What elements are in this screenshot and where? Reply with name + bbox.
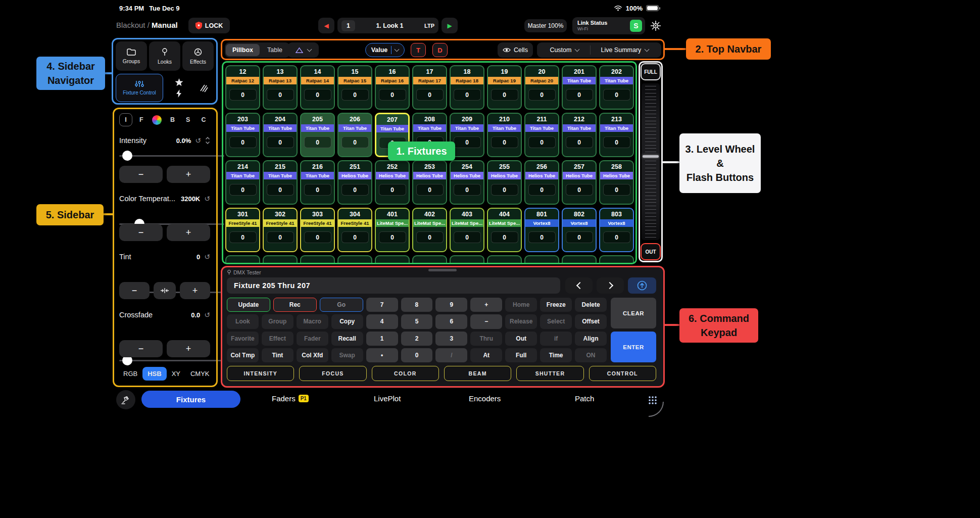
quick-action-bolt-button[interactable] <box>176 89 182 98</box>
fixture-cell-403[interactable]: 403LiteMat Spe...0 <box>450 208 484 252</box>
robot-mode-button[interactable] <box>116 390 135 409</box>
tab-patch[interactable]: Patch <box>575 394 594 403</box>
color-mode-hsb[interactable]: HSB <box>142 367 166 381</box>
fixture-cell-256[interactable]: 256Helios Tube0 <box>524 160 559 205</box>
fixture-cell-205[interactable]: 205Titan Tube0 <box>300 113 335 157</box>
reset-icon[interactable]: ↺ <box>204 253 210 261</box>
send-command-button[interactable] <box>628 277 656 294</box>
history-forward-button[interactable] <box>597 277 624 294</box>
cue-display[interactable]: 1 1. Look 1 LTP <box>337 18 438 33</box>
key-6[interactable]: 6 <box>435 314 467 328</box>
key-home[interactable]: Home <box>505 298 537 312</box>
param-tab-focus[interactable]: F <box>135 113 148 126</box>
t-button[interactable]: T <box>411 43 426 57</box>
key-if[interactable]: if <box>540 332 572 346</box>
key-full[interactable]: Full <box>505 348 537 362</box>
fixture-cell-216[interactable]: 216Titan Tube0 <box>300 160 335 205</box>
key-out[interactable]: Out <box>505 332 537 346</box>
fixture-cell-211[interactable]: 211Titan Tube0 <box>524 113 559 157</box>
reset-icon[interactable]: ↺ <box>204 311 210 319</box>
fixture-cell-257[interactable]: 257Helios Tube0 <box>562 160 597 205</box>
drag-handle[interactable] <box>428 269 457 271</box>
tab-liveplot[interactable]: LivePlot <box>374 394 401 403</box>
fixture-cell-803[interactable]: 803Vortex80 <box>599 208 634 252</box>
palette-control[interactable]: CONTROL <box>589 366 656 381</box>
key-3[interactable]: 3 <box>435 332 467 346</box>
decrement-button[interactable]: − <box>119 340 163 357</box>
value-dropdown[interactable]: Value <box>365 43 405 57</box>
clear-button[interactable]: CLEAR <box>611 298 656 328</box>
nav-effects-button[interactable]: Effects <box>182 41 214 71</box>
key-dot[interactable]: • <box>366 348 398 362</box>
key-fader[interactable]: Fader <box>297 332 328 346</box>
key-group[interactable]: Group <box>262 314 293 328</box>
slider-thumb[interactable] <box>122 151 132 161</box>
history-back-button[interactable] <box>565 277 593 294</box>
fixture-cell-12[interactable]: 12Ratpac 120 <box>225 65 260 110</box>
view-tab-pillbox[interactable]: Pillbox <box>226 44 260 56</box>
palette-intensity[interactable]: INTENSITY <box>227 366 294 381</box>
full-flash-button[interactable]: FULL <box>641 63 661 80</box>
increment-button[interactable]: + <box>180 282 210 299</box>
key-rec[interactable]: Rec <box>273 298 317 312</box>
fixture-cell-213[interactable]: 213Titan Tube0 <box>599 113 634 157</box>
param-tab-control[interactable]: C <box>197 113 210 126</box>
live-summary-dropdown[interactable]: Live Summary <box>591 46 659 54</box>
key-macro[interactable]: Macro <box>297 314 328 328</box>
key-select[interactable]: Select <box>540 314 572 328</box>
out-flash-button[interactable]: OUT <box>641 243 661 260</box>
key-5[interactable]: 5 <box>401 314 433 328</box>
nav-fixture-control-button[interactable]: Fixture Control <box>116 74 163 102</box>
key-col-tmp[interactable]: Col Tmp <box>227 348 259 362</box>
fixture-cell-20[interactable]: 20Ratpac 200 <box>524 65 559 110</box>
decrement-button[interactable]: − <box>119 224 163 241</box>
fixture-cell-17[interactable]: 17Ratpac 170 <box>412 65 447 110</box>
param-tab-intensity[interactable]: I <box>119 113 132 126</box>
key-thru[interactable]: Thru <box>470 332 502 346</box>
fixture-cell-18[interactable]: 18Ratpac 180 <box>450 65 484 110</box>
fixture-cell-404[interactable]: 404LiteMat Spe...0 <box>487 208 522 252</box>
decrement-button[interactable]: − <box>119 282 150 299</box>
key-align[interactable]: Align <box>575 332 607 346</box>
key-1[interactable]: 1 <box>366 332 398 346</box>
filter-dropdown-button[interactable] <box>287 42 319 58</box>
fixture-cell-254[interactable]: 254Helios Tube0 <box>450 160 484 205</box>
fixture-cell-802[interactable]: 802Vortex80 <box>562 208 597 252</box>
nav-looks-button[interactable]: Looks <box>149 41 180 71</box>
param-tab-beam[interactable]: B <box>166 113 179 126</box>
param-tab-color[interactable] <box>151 113 164 126</box>
command-line[interactable]: Fixture 205 Thru 207 <box>227 277 560 294</box>
key-col-xfd[interactable]: Col Xfd <box>297 348 328 362</box>
view-tab-table[interactable]: Table <box>261 44 289 56</box>
key-time[interactable]: Time <box>540 348 572 362</box>
lock-button[interactable]: LOCK <box>188 18 230 33</box>
fixture-cell-214[interactable]: 214Titan Tube0 <box>225 160 260 205</box>
reset-icon[interactable]: ↺ <box>195 136 201 145</box>
key-at[interactable]: At <box>470 348 502 362</box>
key-recall[interactable]: Recall <box>331 332 363 346</box>
key-go[interactable]: Go <box>320 298 363 312</box>
tab-fixtures[interactable]: Fixtures <box>141 391 240 408</box>
highlight-button[interactable] <box>194 74 213 102</box>
key-freeze[interactable]: Freeze <box>540 298 572 312</box>
palette-focus[interactable]: FOCUS <box>299 366 366 381</box>
fixture-cell-401[interactable]: 401LiteMat Spe...0 <box>375 208 410 252</box>
fixture-cell-303[interactable]: 303FreeStyle 410 <box>300 208 335 252</box>
fixture-cell-19[interactable]: 19Ratpac 190 <box>487 65 522 110</box>
key-look[interactable]: Look <box>227 314 259 328</box>
cells-toggle[interactable]: Cells <box>498 42 533 58</box>
key-4[interactable]: 4 <box>366 314 398 328</box>
intensity-slider[interactable] <box>119 151 224 161</box>
fixture-cell-252[interactable]: 252Helios Tube0 <box>375 160 410 205</box>
tab-faders[interactable]: Faders P1 <box>272 394 309 403</box>
center-value-button[interactable] <box>154 282 176 299</box>
increment-button[interactable]: + <box>167 224 210 241</box>
enter-button[interactable]: ENTER <box>611 332 656 362</box>
key-swap[interactable]: Swap <box>331 348 363 362</box>
cue-back-button[interactable]: ◀ <box>318 18 334 33</box>
level-wheel-track[interactable] <box>642 83 660 240</box>
key-on[interactable]: ON <box>575 348 607 362</box>
fixture-cell-302[interactable]: 302FreeStyle 410 <box>263 208 298 252</box>
d-button[interactable]: D <box>432 43 448 57</box>
fixture-cell-253[interactable]: 253Helios Tube0 <box>412 160 447 205</box>
